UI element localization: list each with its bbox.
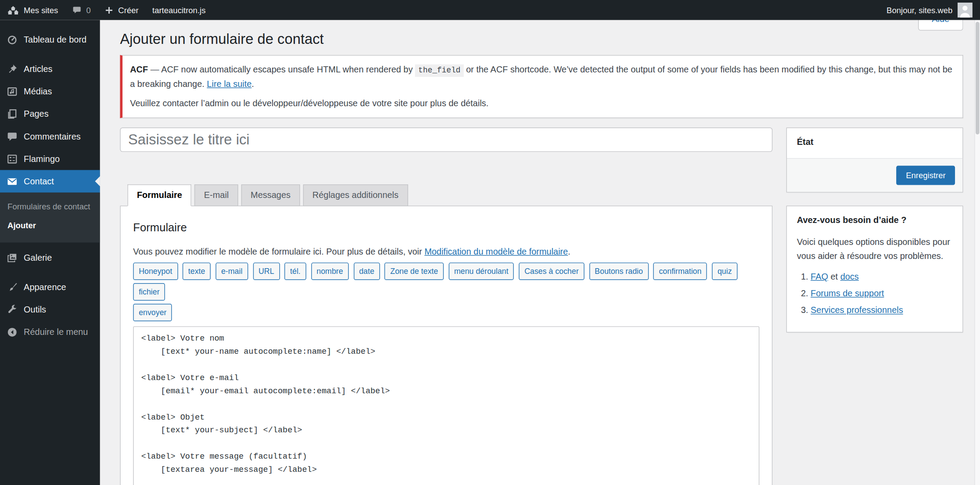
tab-mail[interactable]: E-mail — [194, 184, 238, 206]
tag-button-quiz[interactable]: quiz — [712, 262, 737, 280]
editor-tabs: Formulaire E-mail Messages Réglages addi… — [128, 184, 773, 206]
tag-button-select[interactable]: menu déroulant — [449, 262, 514, 280]
tab-additional-settings[interactable]: Réglages additionnels — [303, 184, 408, 206]
new-button-label: Créer — [118, 5, 138, 14]
save-button[interactable]: Enregistrer — [897, 165, 955, 185]
tag-button-file[interactable]: fichier — [133, 283, 165, 301]
form-template-doc-link[interactable]: Modification du modèle de formulaire — [424, 246, 568, 256]
menu-separator — [0, 50, 100, 57]
gallery-icon — [6, 251, 18, 263]
tag-button-number[interactable]: nombre — [311, 262, 348, 280]
sidebar-item-appearance[interactable]: Apparence — [0, 276, 100, 298]
menu-separator — [0, 243, 100, 247]
notice-paragraph-1: ACF — ACF now automatically escapes unsa… — [130, 62, 955, 91]
form-template-textarea[interactable] — [133, 326, 759, 485]
help-list-item: Services professionnels — [811, 305, 952, 315]
professional-services-link[interactable]: Services professionnels — [811, 305, 903, 315]
sidebar-item-label: Outils — [24, 304, 46, 315]
panel-description: Vous pouvez modifier le modèle de formul… — [133, 246, 759, 256]
brush-icon — [6, 280, 18, 293]
menu-separator — [0, 269, 100, 276]
sidebar-item-label: Commentaires — [24, 131, 81, 142]
feedback-icon — [6, 152, 18, 165]
sidebar-item-label: Tableau de bord — [24, 34, 86, 45]
help-box-intro: Voici quelques options disponibles pour … — [787, 225, 962, 263]
sidebar-item-label: Médias — [24, 86, 52, 97]
avatar — [958, 3, 973, 18]
sidebar-item-comments[interactable]: Commentaires — [0, 125, 100, 147]
site-name-label: tarteaucitron.js — [152, 5, 205, 14]
status-box-title: État — [787, 128, 962, 158]
sidebar-item-collapse-menu[interactable]: Réduire le menu — [0, 321, 100, 343]
greeting-label: Bonjour, sites.web — [887, 5, 952, 14]
sidebar-item-label: Articles — [24, 63, 52, 75]
tag-button-email[interactable]: e-mail — [215, 262, 248, 280]
notice-code: the_field — [415, 65, 463, 77]
sidebar-item-dashboard[interactable]: Tableau de bord — [0, 28, 100, 50]
comment-bubble-icon — [72, 5, 82, 15]
sidebar-item-label: Pages — [24, 108, 49, 119]
page-scrollbar — [974, 20, 980, 485]
tag-button-textarea[interactable]: Zone de texte — [385, 262, 444, 280]
title-input[interactable] — [120, 127, 772, 152]
tab-messages[interactable]: Messages — [241, 184, 300, 206]
help-list-item: FAQ et docs — [811, 272, 952, 282]
status-box: État Enregistrer — [786, 127, 963, 192]
read-more-link[interactable]: Lire la suite — [207, 79, 251, 89]
sidebar-item-contact[interactable]: Contact — [0, 170, 100, 192]
submenu-item-contact-forms[interactable]: Formulaires de contact — [0, 198, 100, 216]
tag-button-text[interactable]: texte — [183, 262, 211, 280]
tag-button-tel[interactable]: tél. — [284, 262, 306, 280]
status-box-footer: Enregistrer — [787, 158, 962, 192]
tag-button-radio[interactable]: Boutons radio — [589, 262, 648, 280]
sidebar-item-label: Galerie — [24, 252, 52, 263]
admin-bar-new[interactable]: Créer — [97, 0, 145, 20]
scrollbar-thumb[interactable] — [976, 22, 980, 134]
pin-icon — [6, 62, 18, 75]
tag-button-checkboxes[interactable]: Cases à cocher — [519, 262, 584, 280]
sidebar-item-pages[interactable]: Pages — [0, 103, 100, 125]
sidebar-item-label: Réduire le menu — [24, 326, 88, 338]
sidebar-item-label: Contact — [24, 176, 54, 187]
form-panel: Formulaire Vous pouvez modifier le modèl… — [120, 205, 772, 485]
plus-icon — [104, 5, 114, 14]
sidebar-item-tools[interactable]: Outils — [0, 298, 100, 320]
media-icon — [6, 85, 18, 97]
page-title: Ajouter un formulaire de contact — [120, 25, 963, 51]
tag-button-honeypot[interactable]: Honeypot — [133, 262, 178, 280]
admin-bar-account[interactable]: Bonjour, sites.web — [887, 3, 980, 18]
wordpress-admin-screen: Mes sites 0 Créer tarteaucitron.js Bonjo… — [0, 0, 980, 485]
sidebar-item-media[interactable]: Médias — [0, 80, 100, 102]
tab-form[interactable]: Formulaire — [128, 184, 192, 206]
notice-paragraph-2: Veuillez contacter l’admin ou le dévelop… — [130, 97, 955, 111]
admin-bar-site-name[interactable]: tarteaucitron.js — [145, 0, 212, 20]
tag-button-submit[interactable]: envoyer — [133, 304, 172, 321]
admin-bar-comments[interactable]: 0 — [65, 0, 97, 20]
collapse-arrow-icon — [6, 326, 18, 338]
support-forums-link[interactable]: Forums de support — [811, 288, 884, 298]
comments-count: 0 — [86, 5, 90, 14]
submenu-item-add-new[interactable]: Ajouter — [0, 216, 100, 235]
mail-icon — [6, 175, 18, 187]
sidebar-item-gallery[interactable]: Galerie — [0, 246, 100, 269]
docs-link[interactable]: docs — [840, 272, 859, 282]
panel-title: Formulaire — [133, 221, 759, 234]
sidebar-item-label: Apparence — [24, 281, 66, 293]
tag-button-url[interactable]: URL — [253, 262, 280, 280]
help-links-list: FAQ et docs Forums de support Services p… — [787, 272, 962, 332]
main-content: Aide Ajouter un formulaire de contact AC… — [100, 20, 980, 485]
wrench-icon — [6, 303, 18, 316]
tag-button-acceptance[interactable]: confirmation — [653, 262, 707, 280]
tag-button-date[interactable]: date — [353, 262, 380, 280]
admin-bar-my-sites[interactable]: Mes sites — [0, 0, 65, 20]
admin-bar: Mes sites 0 Créer tarteaucitron.js Bonjo… — [0, 0, 980, 20]
contact-submenu: Formulaires de contact Ajouter — [0, 193, 100, 243]
admin-sidebar: Tableau de bord Articles Média — [0, 20, 100, 485]
sidebar-item-flamingo[interactable]: Flamingo — [0, 147, 100, 170]
sidebar-item-posts[interactable]: Articles — [0, 57, 100, 80]
tag-generator-buttons: Honeypot texte e-mail URL tél. nombre da… — [133, 262, 759, 324]
acf-error-notice: ACF — ACF now automatically escapes unsa… — [120, 55, 963, 118]
dashboard-icon — [6, 33, 18, 45]
faq-link[interactable]: FAQ — [811, 272, 828, 282]
help-box: Avez-vous besoin d’aide ? Voici quelques… — [786, 205, 963, 333]
